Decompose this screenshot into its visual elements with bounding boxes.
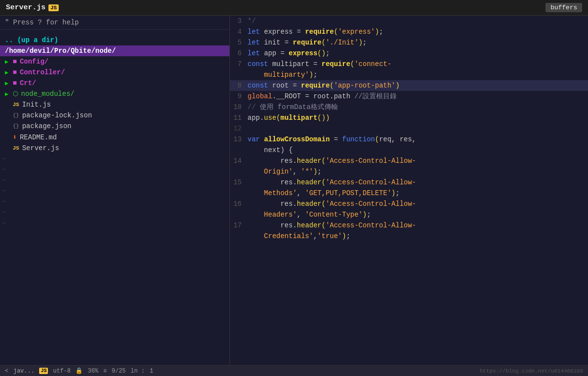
sidebar-item-init-js[interactable]: JS Init.js — [0, 99, 229, 110]
watermark-text: https://blog.csdn.net/u014466109 — [480, 368, 583, 374]
status-ln: ln : — [131, 368, 145, 375]
folder-icon: ■ — [13, 58, 17, 66]
js-icon: JS — [13, 145, 19, 151]
code-line-8: 8 const root = require('app-root-path') — [230, 80, 588, 91]
code-line-15: 15 res.header('Access-Control-Allow- — [230, 177, 588, 188]
sidebar-item-label: README.md — [20, 133, 57, 141]
sidebar-up-dir[interactable]: .. (up a dir) — [0, 35, 229, 45]
sidebar-item-label: Config/ — [20, 58, 48, 66]
arrow-icon: ▶ — [5, 90, 10, 98]
code-line-3: 3 */ — [230, 16, 588, 26]
code-line-9: 9 global.__ROOT = root.path //設置根目錄 — [230, 91, 588, 102]
sidebar-item-label: package.json — [22, 122, 71, 130]
code-line-7: 7 const multipart = require('connect- — [230, 59, 588, 69]
status-lock-icon: 🔒 — [75, 367, 83, 375]
js-icon: JS — [13, 102, 19, 108]
code-line-13b: next) { — [230, 145, 588, 155]
sidebar-item-package-json[interactable]: {} package.json — [0, 121, 229, 132]
code-area[interactable]: 3 */ 4 let express = require('express');… — [230, 16, 588, 365]
status-position: 9/25 — [112, 368, 126, 375]
code-line-16: 16 res.header('Access-Control-Allow- — [230, 199, 588, 209]
sidebar-item-label: Crt/ — [20, 79, 36, 87]
status-js-badge: JS — [39, 368, 48, 374]
status-lines-icon: ≡ — [103, 368, 107, 375]
md-icon: ⬇ — [13, 133, 17, 141]
status-bar-left: < jav... JS utf-8 🔒 36% ≡ 9/25 ln : 1 — [5, 367, 153, 375]
tilde-3: ~ — [0, 175, 229, 186]
sidebar-item-label: Init.js — [22, 101, 51, 109]
code-line-12: 12 — [230, 123, 588, 134]
status-bar-right: https://blog.csdn.net/u014466109 — [480, 368, 583, 374]
sidebar-current-dir[interactable]: /home/devil/Pro/Qbite/node/ — [0, 45, 229, 56]
arrow-icon: ▶ — [5, 58, 10, 66]
arrow-icon: ▶ — [5, 80, 10, 87]
status-bar: < jav... JS utf-8 🔒 36% ≡ 9/25 ln : 1 ht… — [0, 365, 588, 376]
tilde-4: ~ — [0, 186, 229, 197]
main-layout: " Press ? for help .. (up a dir) /home/d… — [0, 16, 588, 365]
sidebar-item-controller[interactable]: ▶ ■ Controller/ — [0, 67, 229, 78]
status-filetype: jav... — [13, 368, 34, 375]
arrow-icon: ▶ — [5, 69, 10, 76]
code-line-6: 6 let app = express(); — [230, 48, 588, 59]
sidebar-item-readme[interactable]: ⬇ README.md — [0, 132, 229, 143]
sidebar: " Press ? for help .. (up a dir) /home/d… — [0, 16, 230, 365]
sidebar-item-label: Server.js — [22, 144, 59, 152]
title-js-badge: JS — [48, 4, 59, 11]
sidebar-item-server-js[interactable]: JS Server.js — [0, 143, 229, 154]
sidebar-item-label: Controller/ — [20, 68, 65, 76]
code-line-7b: multiparty'); — [230, 69, 588, 80]
title-bar-left: Server.js JS — [6, 3, 59, 12]
sidebar-item-label: node_modules/ — [21, 90, 74, 98]
sidebar-item-package-lock[interactable]: {} package-lock.json — [0, 110, 229, 121]
code-line-11: 11 app.use(multipart()) — [230, 112, 588, 123]
tilde-1: ~ — [0, 154, 229, 164]
code-line-15b: Methods', 'GET,PUT,POST,DELETE'); — [230, 188, 588, 199]
folder-icon: ■ — [13, 79, 17, 87]
code-line-17: 17 res.header('Access-Control-Allow- — [230, 220, 588, 231]
code-line-13: 13 var allowCrossDomain = function(req, … — [230, 134, 588, 145]
status-encoding: utf-8 — [53, 368, 70, 375]
sidebar-item-crt[interactable]: ▶ ■ Crt/ — [0, 78, 229, 88]
code-line-14: 14 res.header('Access-Control-Allow- — [230, 155, 588, 166]
status-col: 1 — [150, 368, 153, 375]
code-line-5: 5 let init = require('./Init'); — [230, 37, 588, 48]
editor: 3 */ 4 let express = require('express');… — [230, 16, 588, 365]
code-line-16b: Headers', 'Content-Type'); — [230, 209, 588, 220]
status-percent: 36% — [88, 368, 98, 375]
title-bar: Server.js JS buffers — [0, 0, 588, 16]
code-line-14b: Origin', '*'); — [230, 166, 588, 177]
sidebar-item-node-modules[interactable]: ▶ ⬡ node_modules/ — [0, 88, 229, 99]
sidebar-item-label: package-lock.json — [22, 111, 92, 119]
tilde-7: ~ — [0, 218, 229, 229]
buffers-button[interactable]: buffers — [545, 3, 582, 12]
sidebar-item-config[interactable]: ▶ ■ Config/ — [0, 56, 229, 67]
sidebar-help-text: " Press ? for help — [0, 16, 229, 30]
json-icon: {} — [13, 112, 19, 118]
status-arrow: < — [5, 368, 8, 375]
code-line-10: 10 // 使用 formData格式傳輸 — [230, 102, 588, 112]
json-icon: {} — [13, 123, 19, 129]
code-line-4: 4 let express = require('express'); — [230, 26, 588, 37]
tilde-6: ~ — [0, 207, 229, 218]
tilde-2: ~ — [0, 164, 229, 175]
tilde-5: ~ — [0, 197, 229, 207]
folder-icon: ■ — [13, 68, 17, 76]
up-dir-label: .. (up a dir) — [5, 36, 58, 44]
node-icon: ⬡ — [13, 90, 18, 98]
code-line-17b: Credentials','true'); — [230, 231, 588, 242]
current-dir-label: /home/devil/Pro/Qbite/node/ — [5, 47, 116, 55]
title-filename: Server.js — [6, 3, 45, 12]
